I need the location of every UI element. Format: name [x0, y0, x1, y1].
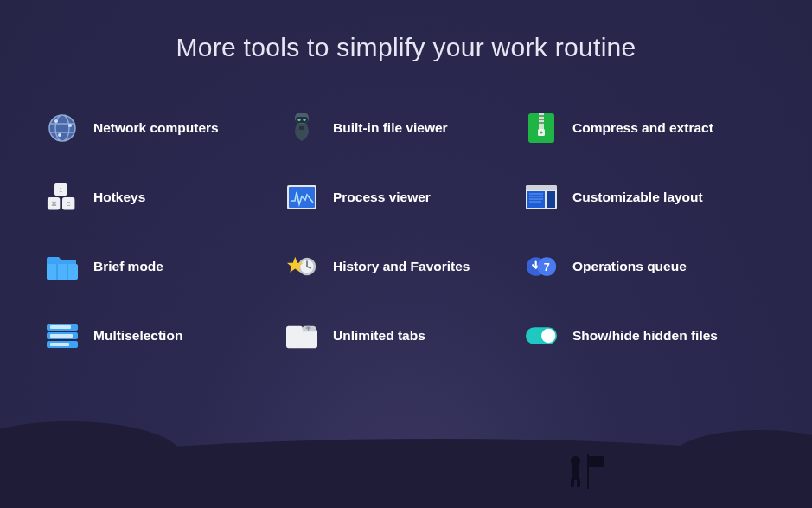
feature-compress: Compress and extract: [526, 113, 765, 144]
feature-layout: Customizable layout: [526, 182, 765, 213]
svg-rect-10: [299, 126, 304, 130]
feature-operations-queue: 7 Operations queue: [526, 251, 765, 282]
feature-network-computers: Network computers: [47, 113, 286, 144]
feature-label: Built-in file viewer: [333, 120, 448, 136]
feature-hidden-files: Show/hide hidden files: [526, 320, 765, 351]
hotkeys-icon: 1 ⌘ C: [47, 182, 78, 213]
multiselection-icon: [47, 320, 78, 351]
feature-label: Multiselection: [93, 328, 182, 344]
ground-decoration: [0, 439, 812, 508]
folder-icon: [47, 251, 78, 282]
svg-point-4: [68, 124, 72, 127]
feature-label: Unlimited tabs: [333, 328, 425, 344]
svg-rect-51: [286, 329, 317, 348]
astronaut-decoration: [568, 456, 584, 487]
layout-icon: [526, 182, 557, 213]
robot-icon: [286, 113, 317, 144]
feature-label: Network computers: [93, 120, 219, 136]
flag-decoration: [587, 454, 606, 489]
feature-hotkeys: 1 ⌘ C Hotkeys: [47, 182, 286, 213]
feature-label: History and Favorites: [333, 259, 470, 274]
feature-label: Show/hide hidden files: [572, 328, 718, 344]
queue-icon: 7: [526, 251, 557, 282]
svg-text:⌘: ⌘: [51, 200, 57, 208]
svg-text:7: 7: [544, 261, 550, 273]
svg-point-9: [303, 119, 305, 121]
feature-label: Process viewer: [333, 190, 431, 205]
svg-rect-34: [47, 264, 78, 280]
features-grid: Network computers Built-in file viewer: [0, 62, 812, 351]
feature-file-viewer: Built-in file viewer: [286, 113, 526, 144]
tabs-icon: [286, 320, 317, 351]
network-icon: [47, 113, 78, 144]
svg-point-17: [540, 131, 542, 133]
svg-rect-13: [539, 115, 544, 117]
history-favorites-icon: [286, 251, 317, 282]
svg-rect-7: [296, 117, 308, 123]
feature-label: Brief mode: [93, 259, 163, 274]
feature-label: Customizable layout: [572, 190, 703, 205]
zip-icon: [526, 113, 557, 144]
svg-rect-46: [50, 325, 71, 329]
feature-label: Hotkeys: [93, 190, 145, 205]
svg-point-8: [297, 119, 300, 121]
feature-multiselection: Multiselection: [47, 320, 286, 351]
feature-label: Compress and extract: [572, 120, 713, 136]
svg-text:1: 1: [59, 186, 62, 194]
feature-unlimited-tabs: Unlimited tabs: [286, 320, 526, 351]
feature-history-favorites: History and Favorites: [286, 251, 526, 282]
svg-point-5: [58, 133, 61, 137]
feature-label: Operations queue: [572, 259, 687, 274]
feature-brief-mode: Brief mode: [47, 251, 286, 282]
feature-process-viewer: Process viewer: [286, 182, 526, 213]
svg-rect-14: [539, 119, 544, 120]
svg-text:C: C: [67, 200, 71, 208]
svg-rect-15: [539, 122, 544, 124]
svg-rect-27: [526, 185, 557, 190]
page-title: More tools to simplify your work routine: [0, 0, 812, 62]
svg-rect-50: [50, 343, 69, 346]
svg-point-55: [541, 329, 555, 343]
svg-rect-48: [50, 334, 73, 338]
svg-rect-33: [547, 191, 555, 208]
process-icon: [286, 182, 317, 213]
toggle-icon: [526, 320, 557, 351]
svg-point-3: [54, 119, 58, 123]
